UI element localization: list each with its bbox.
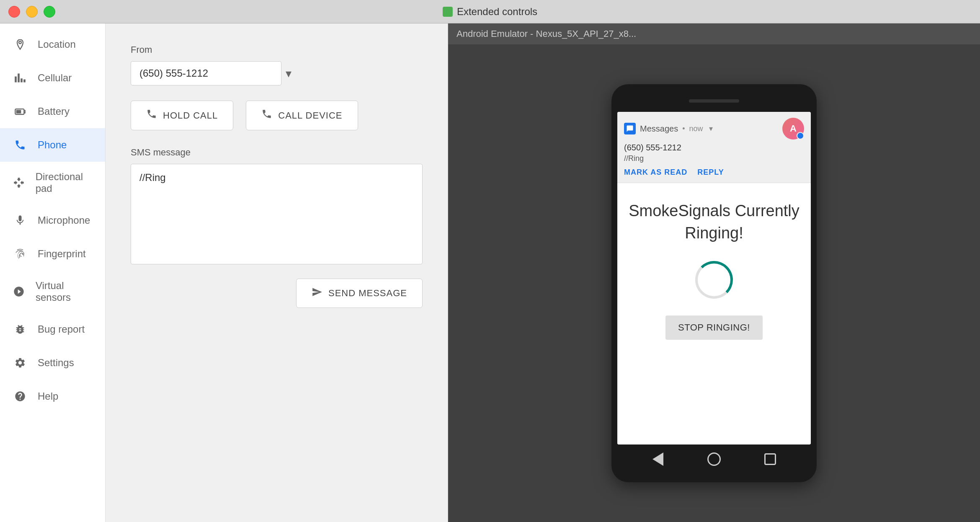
sidebar-label-fingerprint: Fingerprint [38, 248, 86, 260]
maximize-button[interactable] [44, 6, 55, 18]
call-device-button[interactable]: CALL DEVICE [246, 101, 358, 130]
avatar-badge [797, 132, 804, 140]
hold-call-icon [146, 109, 157, 122]
emulator-body: Messages • now ▾ A (650) 555-1212 //Ring [448, 44, 980, 522]
sidebar-label-cellular: Cellular [38, 72, 72, 84]
stop-ringing-button[interactable]: STOP RINGING! [665, 315, 763, 340]
phone-bottom-nav [617, 444, 811, 474]
notification-time: • [682, 124, 685, 133]
send-icon [312, 287, 322, 300]
phone-content-area: From ▾ HOLD CALL [106, 23, 448, 522]
microphone-icon [13, 213, 28, 228]
notification-time-value: now [689, 124, 703, 133]
traffic-lights [8, 6, 55, 18]
hold-call-button[interactable]: HOLD CALL [131, 101, 233, 130]
emulator-title-bar: Android Emulator - Nexus_5X_API_27_x8... [448, 23, 980, 44]
svg-rect-2 [16, 110, 21, 114]
messages-app-icon [624, 123, 636, 134]
directional-pad-icon [13, 175, 26, 190]
phone-icon [13, 137, 28, 152]
virtual-sensors-icon [13, 284, 26, 299]
bug-report-icon [13, 322, 28, 337]
sidebar-label-bug-report: Bug report [38, 323, 85, 335]
notification-bar: Messages • now ▾ A (650) 555-1212 //Ring [617, 112, 811, 183]
nav-home-button[interactable] [704, 449, 725, 470]
sidebar-item-microphone[interactable]: Microphone [0, 204, 105, 237]
notification-actions: MARK AS READ REPLY [624, 168, 804, 177]
sidebar-label-location: Location [38, 39, 76, 50]
notification-message: //Ring [624, 154, 804, 163]
sidebar-label-settings: Settings [38, 357, 74, 369]
sidebar-label-directional-pad: Directional pad [36, 171, 93, 194]
sidebar-label-help: Help [38, 390, 58, 402]
from-input[interactable] [131, 61, 281, 85]
sidebar-item-virtual-sensors[interactable]: Virtual sensors [0, 271, 105, 313]
fingerprint-icon [13, 246, 28, 261]
cellular-icon [13, 70, 28, 85]
back-icon [652, 452, 663, 466]
phone-device: Messages • now ▾ A (650) 555-1212 //Ring [611, 84, 817, 482]
notification-header: Messages • now ▾ A [624, 118, 804, 140]
notification-phone: (650) 555-1212 [624, 143, 804, 152]
close-button[interactable] [8, 6, 20, 18]
location-icon [13, 37, 28, 52]
sidebar-item-bug-report[interactable]: Bug report [0, 313, 105, 346]
from-label: From [131, 44, 423, 55]
sidebar-label-virtual-sensors: Virtual sensors [36, 280, 93, 303]
call-buttons-row: HOLD CALL CALL DEVICE [131, 101, 423, 130]
app-icon [443, 7, 453, 17]
sidebar-label-battery: Battery [38, 106, 70, 117]
avatar: A [782, 118, 804, 140]
sidebar: Location Cellular Batt [0, 23, 106, 522]
sidebar-item-directional-pad[interactable]: Directional pad [0, 162, 105, 204]
sidebar-item-help[interactable]: Help [0, 380, 105, 413]
extended-controls-panel: Location Cellular Batt [0, 23, 448, 522]
notification-app-name: Messages [640, 124, 678, 134]
app-content: SmokeSignals Currently Ringing! STOP RIN… [617, 183, 811, 444]
title-bar: Extended controls [0, 0, 980, 23]
sidebar-item-settings[interactable]: Settings [0, 346, 105, 380]
reply-button[interactable]: REPLY [697, 168, 724, 177]
nav-back-button[interactable] [647, 449, 668, 470]
sidebar-item-cellular[interactable]: Cellular [0, 61, 105, 95]
sidebar-item-phone[interactable]: Phone [0, 128, 105, 162]
minimize-button[interactable] [26, 6, 38, 18]
from-section: From ▾ [131, 44, 423, 85]
emulator-panel: Android Emulator - Nexus_5X_API_27_x8... [448, 23, 980, 522]
battery-icon [13, 104, 28, 119]
nav-recent-button[interactable] [760, 449, 781, 470]
sidebar-item-fingerprint[interactable]: Fingerprint [0, 237, 105, 271]
settings-icon [13, 355, 28, 370]
emulator-title-text: Android Emulator - Nexus_5X_API_27_x8... [456, 28, 636, 39]
call-device-icon [261, 109, 272, 122]
sidebar-item-battery[interactable]: Battery [0, 95, 105, 128]
home-icon [707, 452, 721, 466]
phone-top-bar [617, 93, 811, 109]
sidebar-label-microphone: Microphone [38, 214, 90, 226]
sidebar-label-phone: Phone [38, 139, 67, 151]
dropdown-arrow-icon[interactable]: ▾ [286, 67, 291, 80]
window-title: Extended controls [443, 6, 537, 18]
send-message-button[interactable]: SEND MESSAGE [296, 279, 423, 308]
sms-textarea[interactable]: //Ring [131, 164, 423, 264]
help-icon [13, 389, 28, 404]
phone-speaker [689, 99, 739, 103]
mark-as-read-button[interactable]: MARK AS READ [624, 168, 687, 177]
loading-spinner [695, 261, 733, 299]
notification-expand-icon: ▾ [709, 124, 713, 133]
ringing-title: SmokeSignals Currently Ringing! [627, 200, 801, 244]
sidebar-item-location[interactable]: Location [0, 28, 105, 61]
sms-label: SMS message [131, 147, 423, 158]
recent-icon [764, 453, 776, 465]
phone-screen: Messages • now ▾ A (650) 555-1212 //Ring [617, 112, 811, 444]
svg-point-0 [19, 41, 21, 44]
